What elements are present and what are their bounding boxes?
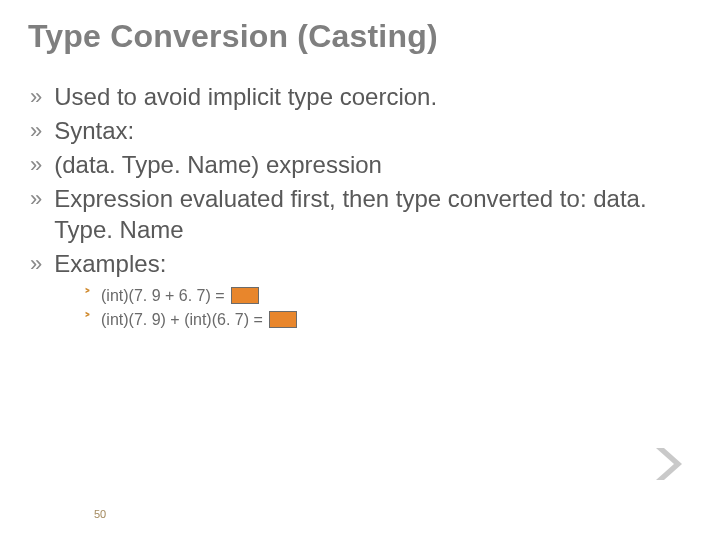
page-number: 50 xyxy=(94,508,106,520)
example-list: ˃ (int)(7. 9 + 6. 7) = ˃ (int)(7. 9) + (… xyxy=(84,284,692,332)
bullet-marker: » xyxy=(30,115,42,147)
bullet-list: » Used to avoid implicit type coercion. … xyxy=(30,81,692,280)
example-item: ˃ (int)(7. 9) + (int)(6. 7) = xyxy=(84,308,692,332)
bullet-text: Expression evaluated first, then type co… xyxy=(54,183,692,246)
bullet-text: Used to avoid implicit type coercion. xyxy=(54,81,692,113)
slide-title: Type Conversion (Casting) xyxy=(28,18,692,55)
bullet-item: » Used to avoid implicit type coercion. xyxy=(30,81,692,113)
bullet-text: (data. Type. Name) expression xyxy=(54,149,692,181)
bullet-item: » Expression evaluated first, then type … xyxy=(30,183,692,246)
sub-marker: ˃ xyxy=(84,309,91,330)
bullet-item: » Syntax: xyxy=(30,115,692,147)
chevron-right-icon xyxy=(652,446,686,482)
example-item: ˃ (int)(7. 9 + 6. 7) = xyxy=(84,284,692,308)
bullet-marker: » xyxy=(30,248,42,280)
bullet-marker: » xyxy=(30,81,42,113)
example-text: (int)(7. 9) + (int)(6. 7) = xyxy=(101,308,267,332)
sub-marker: ˃ xyxy=(84,285,91,306)
bullet-text: Examples: xyxy=(54,248,692,280)
bullet-text: Syntax: xyxy=(54,115,692,147)
answer-box xyxy=(231,287,259,304)
bullet-marker: » xyxy=(30,149,42,181)
bullet-item: » (data. Type. Name) expression xyxy=(30,149,692,181)
bullet-marker: » xyxy=(30,183,42,215)
example-text: (int)(7. 9 + 6. 7) = xyxy=(101,284,229,308)
slide: Type Conversion (Casting) » Used to avoi… xyxy=(0,0,720,540)
answer-box xyxy=(269,311,297,328)
bullet-item: » Examples: xyxy=(30,248,692,280)
